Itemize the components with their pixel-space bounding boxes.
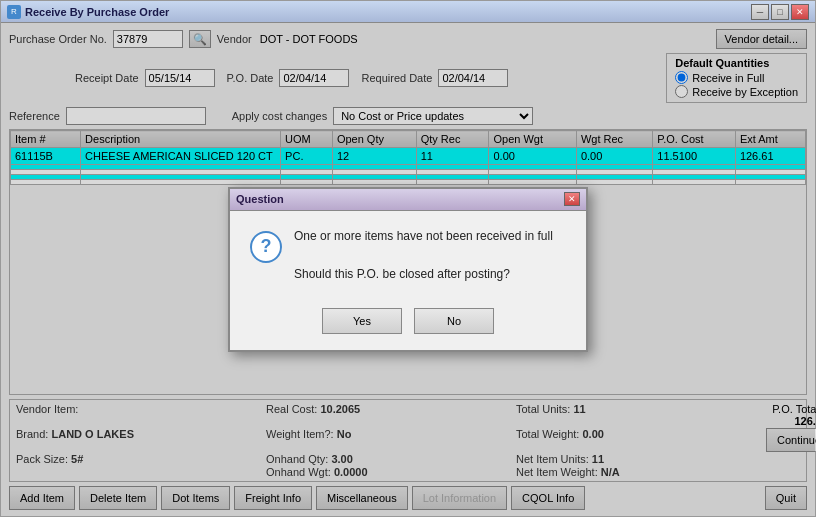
- dialog-line2: Should this P.O. be closed after posting…: [294, 265, 553, 284]
- question-dialog: Question ✕ ? One or more items have not …: [228, 187, 588, 353]
- dialog-buttons: Yes No: [230, 300, 586, 350]
- dialog-close-button[interactable]: ✕: [564, 192, 580, 206]
- maximize-button[interactable]: □: [771, 4, 789, 20]
- main-window: R Receive By Purchase Order ─ □ ✕ Purcha…: [0, 0, 816, 517]
- dialog-yes-button[interactable]: Yes: [322, 308, 402, 334]
- modal-overlay: Question ✕ ? One or more items have not …: [1, 23, 815, 516]
- close-button[interactable]: ✕: [791, 4, 809, 20]
- dialog-content: ? One or more items have not been receiv…: [230, 211, 586, 301]
- dialog-no-button[interactable]: No: [414, 308, 494, 334]
- dialog-line1: One or more items have not been received…: [294, 227, 553, 246]
- dialog-text: One or more items have not been received…: [294, 227, 553, 285]
- window-title: Receive By Purchase Order: [25, 6, 751, 18]
- main-content: Purchase Order No. 🔍 Vendor DOT - DOT FO…: [1, 23, 815, 516]
- dialog-title: Question: [236, 193, 564, 205]
- minimize-button[interactable]: ─: [751, 4, 769, 20]
- dialog-titlebar: Question ✕: [230, 189, 586, 211]
- window-controls: ─ □ ✕: [751, 4, 809, 20]
- question-icon: ?: [250, 231, 282, 263]
- title-bar: R Receive By Purchase Order ─ □ ✕: [1, 1, 815, 23]
- app-icon: R: [7, 5, 21, 19]
